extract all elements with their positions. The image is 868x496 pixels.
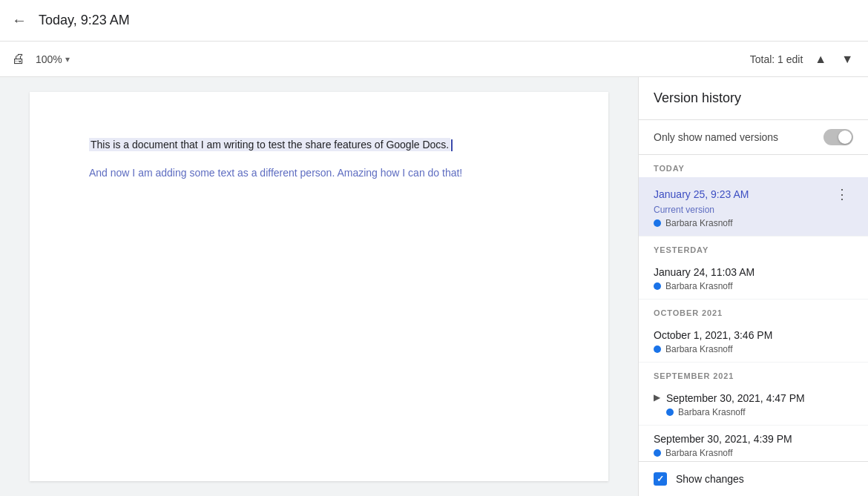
- version-list: TODAY January 25, 9:23 AM ⋮ Current vers…: [639, 155, 868, 461]
- group-label-today: TODAY: [639, 155, 868, 177]
- toggle-row: Only show named versions: [639, 120, 868, 155]
- version-item[interactable]: October 1, 2021, 3:46 PM Barbara Krasnof…: [639, 322, 868, 363]
- version-user: Barbara Krasnoff: [654, 281, 853, 291]
- version-item-header: January 24, 11:03 AM: [654, 266, 853, 278]
- version-panel-title: Version history: [654, 90, 741, 105]
- header-title: Today, 9:23 AM: [39, 13, 130, 28]
- toggle-label: Only show named versions: [654, 131, 778, 143]
- user-dot-icon: [654, 219, 661, 227]
- user-dot-icon: [654, 345, 661, 353]
- version-date: September 30, 2021, 4:39 PM: [654, 433, 853, 445]
- version-date: September 30, 2021, 4:47 PM: [666, 392, 853, 404]
- version-user-name: Barbara Krasnoff: [665, 218, 733, 228]
- version-panel-header: Version history: [639, 77, 868, 120]
- back-button[interactable]: ←: [12, 12, 27, 29]
- doc-cursor: [451, 139, 453, 151]
- expand-arrow-icon[interactable]: ▶: [654, 392, 660, 403]
- doc-text-line1: This is a document that I am writing to …: [89, 138, 450, 151]
- version-user-name: Barbara Krasnoff: [665, 281, 733, 291]
- version-date: January 24, 11:03 AM: [654, 266, 754, 278]
- show-changes-label: Show changes: [676, 473, 744, 485]
- zoom-value: 100%: [36, 53, 62, 65]
- nav-up-button[interactable]: ▲: [812, 50, 829, 69]
- zoom-dropdown-arrow: ▾: [65, 54, 70, 65]
- version-date: January 25, 9:23 AM: [654, 188, 749, 200]
- doc-page: This is a document that I am writing to …: [30, 92, 608, 481]
- version-date: October 1, 2021, 3:46 PM: [654, 329, 772, 341]
- version-panel: Version history Only show named versions…: [638, 77, 868, 496]
- show-changes-footer: Show changes: [639, 461, 868, 496]
- toolbar-left: 🖨 100% ▾: [12, 50, 750, 68]
- version-user: Barbara Krasnoff: [666, 407, 853, 417]
- toolbar-right: Total: 1 edit ▲ ▼: [750, 50, 856, 69]
- version-item-inner: ▶ September 30, 2021, 4:47 PM Barbara Kr…: [654, 392, 853, 417]
- group-label-yesterday: YESTERDAY: [639, 237, 868, 259]
- version-user: Barbara Krasnoff: [654, 344, 853, 354]
- zoom-control[interactable]: 100% ▾: [31, 50, 74, 68]
- user-dot-icon: [654, 449, 661, 457]
- show-changes-checkbox[interactable]: [654, 472, 667, 486]
- version-user-name: Barbara Krasnoff: [665, 448, 733, 458]
- group-label-october: OCTOBER 2021: [639, 300, 868, 322]
- version-item[interactable]: January 25, 9:23 AM ⋮ Current version Ba…: [639, 177, 868, 237]
- version-user-name: Barbara Krasnoff: [665, 344, 733, 354]
- version-user: Barbara Krasnoff: [654, 218, 853, 228]
- header-bar: ← Today, 9:23 AM: [0, 0, 868, 42]
- version-more-button[interactable]: ⋮: [831, 185, 853, 204]
- print-icon[interactable]: 🖨: [12, 51, 25, 67]
- group-label-september: SEPTEMBER 2021: [639, 363, 868, 385]
- version-item-header: October 1, 2021, 3:46 PM: [654, 329, 853, 341]
- user-dot-icon: [666, 409, 674, 416]
- doc-text-line2: And now I am adding some text as a diffe…: [89, 165, 549, 181]
- version-item[interactable]: ▶ September 30, 2021, 4:47 PM Barbara Kr…: [639, 385, 868, 426]
- doc-area: This is a document that I am writing to …: [0, 77, 638, 496]
- version-subtitle: Current version: [654, 205, 853, 215]
- version-item-content: September 30, 2021, 4:47 PM Barbara Kras…: [666, 392, 853, 417]
- version-item[interactable]: January 24, 11:03 AM Barbara Krasnoff: [639, 259, 868, 300]
- version-item[interactable]: September 30, 2021, 4:39 PM Barbara Kras…: [639, 426, 868, 461]
- edit-count: Total: 1 edit: [750, 53, 803, 65]
- nav-down-button[interactable]: ▼: [838, 50, 856, 69]
- version-user-name: Barbara Krasnoff: [678, 407, 746, 417]
- toolbar: 🖨 100% ▾ Total: 1 edit ▲ ▼: [0, 42, 868, 77]
- named-versions-toggle[interactable]: [823, 129, 853, 145]
- version-item-header: January 25, 9:23 AM ⋮: [654, 185, 853, 204]
- version-user: Barbara Krasnoff: [654, 448, 853, 458]
- main-area: This is a document that I am writing to …: [0, 77, 868, 496]
- user-dot-icon: [654, 282, 661, 290]
